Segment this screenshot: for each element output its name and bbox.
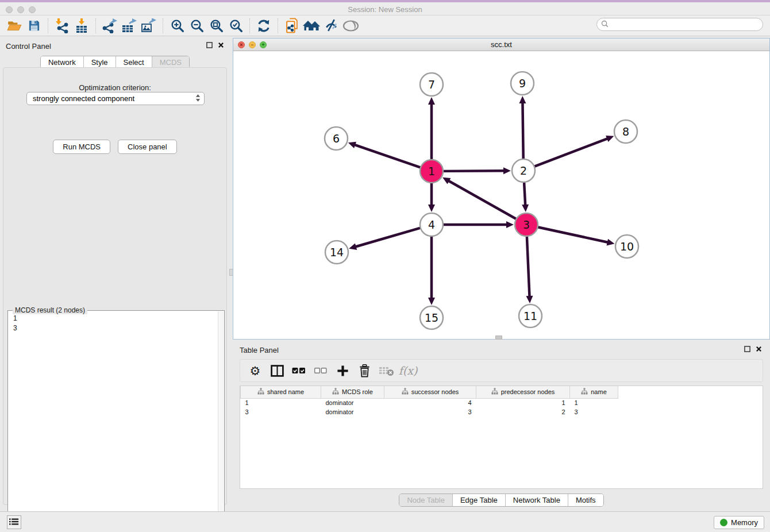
node-label: 11 — [523, 310, 537, 322]
select-all-icon[interactable] — [290, 361, 308, 380]
import-table-button[interactable] — [72, 17, 91, 34]
search-input[interactable] — [611, 21, 754, 29]
home-icon[interactable] — [302, 17, 321, 34]
tab-edge-table[interactable]: Edge Table — [453, 494, 506, 506]
close-panel-button[interactable]: Close panel — [118, 140, 177, 154]
table-cell[interactable]: dominator — [321, 407, 384, 417]
arrowhead-icon — [606, 136, 614, 142]
edge-3-10[interactable] — [538, 227, 609, 242]
mcds-result-box: MCDS result (2 nodes) 1 3 — [7, 310, 225, 531]
column-header-successor-nodes[interactable]: successor nodes — [384, 386, 476, 398]
task-history-button[interactable] — [7, 515, 21, 529]
edge-3-1[interactable] — [448, 180, 517, 219]
toolbar-separator — [278, 18, 278, 33]
mcds-result-scrollbar[interactable] — [218, 311, 224, 530]
table-cell[interactable]: 3 — [384, 407, 476, 417]
network-resize-handle[interactable] — [495, 336, 502, 340]
gear-icon[interactable]: ⚙ — [246, 361, 264, 380]
tab-node-table[interactable]: Node Table — [399, 494, 453, 506]
table-cell[interactable]: dominator — [321, 398, 384, 407]
close-panel-icon[interactable] — [218, 42, 224, 48]
toolbar-separator — [249, 18, 250, 33]
network-view-window: × − + scc.txt 7968124314101511 — [233, 38, 770, 340]
edge-2-3[interactable] — [524, 182, 525, 206]
toolbar-separator — [95, 18, 96, 33]
network-window-titlebar[interactable]: × − + scc.txt — [233, 38, 769, 51]
tab-style[interactable]: Style — [84, 56, 116, 68]
tab-network-table[interactable]: Network Table — [506, 494, 568, 506]
node-label: 4 — [428, 218, 435, 231]
run-mcds-button[interactable]: Run MCDS — [53, 140, 110, 154]
main-toolbar — [0, 16, 770, 36]
memory-button[interactable]: Memory — [714, 516, 764, 529]
edge-1-6[interactable] — [354, 145, 421, 168]
mcds-panel: Optimization criterion: strongly connect… — [3, 67, 227, 505]
edge-4-14[interactable] — [355, 228, 421, 247]
node-label: 6 — [333, 132, 340, 145]
table-row[interactable]: 1dominator411 — [241, 398, 618, 407]
search-box[interactable] — [596, 18, 763, 31]
optimization-criterion-dropdown[interactable]: strongly connected component — [26, 92, 205, 105]
hide-panels-icon[interactable] — [321, 17, 341, 34]
tab-select[interactable]: Select — [116, 56, 152, 68]
tab-network[interactable]: Network — [41, 56, 84, 68]
open-folder-button[interactable] — [5, 17, 24, 34]
node-label: 2 — [520, 164, 527, 177]
table-cell[interactable]: 1 — [241, 398, 321, 407]
column-header-MCDS-role[interactable]: MCDS role — [321, 386, 384, 398]
table-toolbar: ⚙f(x) — [240, 359, 763, 382]
table-cell[interactable]: 4 — [384, 398, 476, 407]
edge-1-2[interactable] — [443, 171, 505, 171]
export-network-button[interactable] — [100, 17, 120, 34]
edge-3-11[interactable] — [527, 236, 530, 297]
refresh-icon[interactable] — [254, 17, 274, 34]
export-table-button[interactable] — [120, 17, 139, 34]
unselect-all-icon[interactable] — [311, 361, 330, 380]
window-titlebar: Session: New Session — [0, 0, 770, 16]
edge-2-9[interactable] — [522, 102, 523, 159]
zoom-out-icon[interactable] — [187, 17, 206, 34]
control-panel-header: Control Panel — [0, 38, 230, 55]
tab-mcds[interactable]: MCDS — [152, 56, 189, 68]
close-table-panel-icon[interactable] — [756, 346, 762, 352]
zoom-in-icon[interactable] — [167, 17, 187, 34]
table-cell[interactable]: 3 — [570, 407, 618, 417]
eye-icon[interactable] — [341, 17, 360, 34]
zoom-fit-icon[interactable] — [206, 17, 226, 34]
trash-icon[interactable] — [355, 361, 374, 380]
window-title: Session: New Session — [0, 5, 770, 14]
mcds-result-text[interactable]: 1 3 — [9, 314, 217, 529]
tab-motifs[interactable]: Motifs — [568, 494, 603, 506]
clone-network-button[interactable] — [282, 17, 302, 34]
node-table[interactable]: shared nameMCDS rolesuccessor nodesprede… — [240, 385, 763, 489]
zoom-selected-icon[interactable] — [226, 17, 245, 34]
network-graph[interactable]: 7968124314101511 — [233, 51, 769, 339]
plus-icon[interactable] — [333, 361, 352, 380]
optimization-criterion-label: Optimization criterion: — [3, 83, 226, 92]
column-header-shared-name[interactable]: shared name — [241, 386, 321, 398]
arrowhead-icon — [607, 239, 615, 246]
memory-label: Memory — [731, 518, 758, 527]
column-header-predecessor-nodes[interactable]: predecessor nodes — [476, 386, 570, 398]
import-network-button[interactable] — [52, 17, 72, 34]
table-panel: Table Panel ⚙f(x) shared nameMCDS rolesu… — [233, 342, 770, 511]
node-label: 8 — [622, 125, 629, 138]
arrowhead-icon — [503, 167, 511, 174]
float-table-panel-icon[interactable] — [744, 346, 750, 352]
table-cell[interactable]: 1 — [570, 398, 618, 407]
split-panel-icon[interactable] — [268, 361, 286, 380]
column-header-name[interactable]: name — [570, 386, 618, 398]
float-panel-icon[interactable] — [206, 42, 213, 48]
network-canvas[interactable]: 7968124314101511 — [233, 51, 769, 339]
save-button[interactable] — [24, 17, 44, 34]
status-bar: Memory — [0, 511, 770, 532]
table-cell[interactable]: 1 — [476, 398, 570, 407]
table-row[interactable]: 3dominator323 — [241, 407, 618, 417]
edge-2-8[interactable] — [534, 138, 608, 167]
arrowhead-icon — [349, 243, 357, 250]
delete-table-icon — [377, 361, 395, 380]
table-cell[interactable]: 3 — [241, 407, 321, 417]
table-cell[interactable]: 2 — [476, 407, 570, 417]
mcds-result-title: MCDS result (2 nodes) — [13, 306, 87, 314]
export-image-button[interactable] — [139, 17, 159, 34]
